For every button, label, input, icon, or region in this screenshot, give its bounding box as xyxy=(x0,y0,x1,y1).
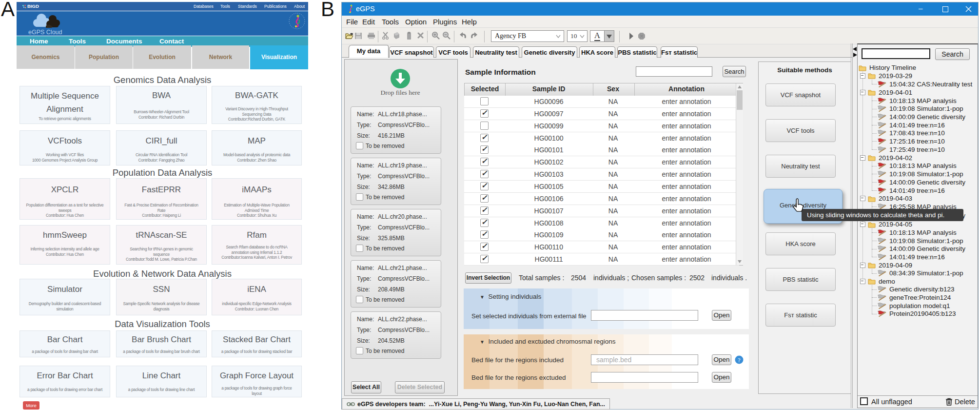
svg-text:?: ? xyxy=(738,357,740,364)
